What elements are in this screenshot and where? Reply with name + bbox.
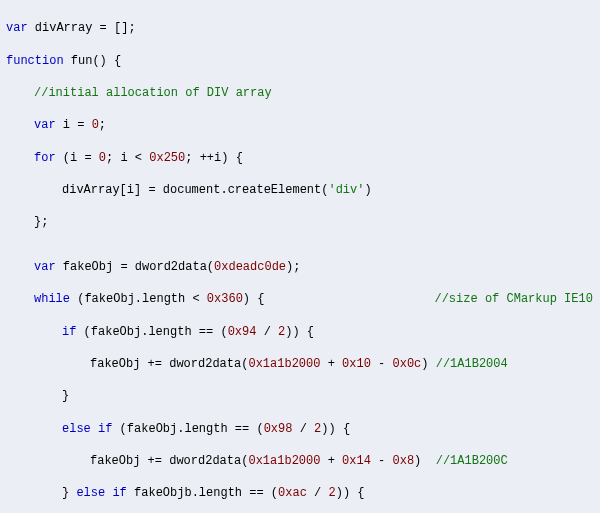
code-line: var fakeObj = dword2data(0xdeadc0de); — [6, 259, 594, 275]
code-line: } — [6, 388, 594, 404]
keyword-for: for — [34, 151, 56, 165]
comment: //1A1B200C — [436, 454, 508, 468]
keyword-var: var — [34, 260, 56, 274]
code-block: var divArray = []; function fun() { //in… — [0, 0, 600, 513]
code-line: } else if fakeObjb.length == (0xac / 2))… — [6, 485, 594, 501]
keyword-else-if: else if — [76, 486, 126, 500]
code-line: while (fakeObj.length < 0x360) {//size o… — [6, 291, 594, 307]
keyword-while: while — [34, 292, 70, 306]
comment: //initial allocation of DIV array — [34, 86, 272, 100]
code-line: if (fakeObj.length == (0x94 / 2)) { — [6, 324, 594, 340]
code-line: else if (fakeObj.length == (0x98 / 2)) { — [6, 421, 594, 437]
code-line: var i = 0; — [6, 117, 594, 133]
code-line: for (i = 0; i < 0x250; ++i) { — [6, 150, 594, 166]
code-line: var divArray = []; — [6, 20, 594, 36]
string-literal: 'div' — [328, 183, 364, 197]
keyword-var: var — [34, 118, 56, 132]
comment: //size of CMarkup IE10 0x33c — [434, 292, 600, 306]
code-line: }; — [6, 214, 594, 230]
code-line: //initial allocation of DIV array — [6, 85, 594, 101]
code-line: fakeObj += dword2data(0x1a1b2000 + 0x10 … — [6, 356, 594, 372]
keyword-var: var — [6, 21, 28, 35]
keyword-if: if — [62, 325, 76, 339]
code-line: divArray[i] = document.createElement('di… — [6, 182, 594, 198]
keyword-function: function — [6, 54, 64, 68]
code-line: fakeObj += dword2data(0x1a1b2000 + 0x14 … — [6, 453, 594, 469]
keyword-else-if: else if — [62, 422, 112, 436]
code-line: function fun() { — [6, 53, 594, 69]
comment: //1A1B2004 — [436, 357, 508, 371]
